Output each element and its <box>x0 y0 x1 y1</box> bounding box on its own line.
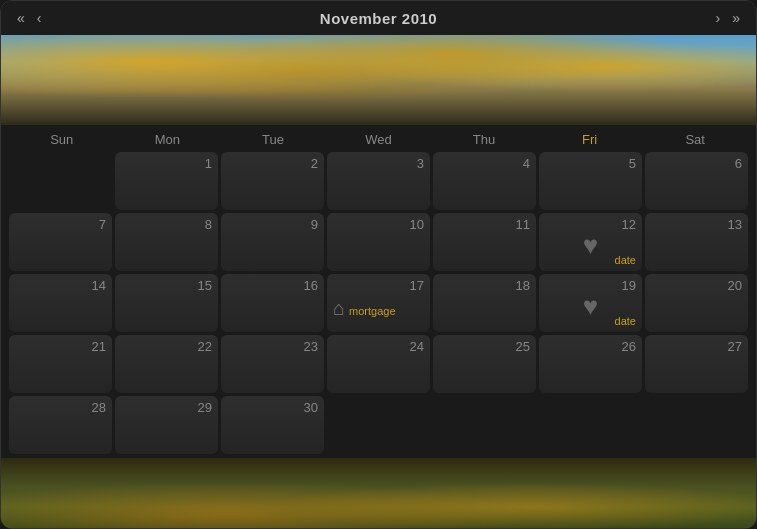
day-number: 30 <box>227 400 318 415</box>
day-cell[interactable]: 29 <box>115 396 218 454</box>
day-cell[interactable]: 9 <box>221 213 324 271</box>
day-number: 21 <box>15 339 106 354</box>
event-label: mortgage <box>349 305 395 317</box>
day-cell[interactable]: 8 <box>115 213 218 271</box>
day-header-sat: Sat <box>642 129 748 150</box>
next-double-btn[interactable]: » <box>728 8 744 28</box>
day-number: 26 <box>545 339 636 354</box>
day-cell[interactable]: 21 <box>9 335 112 393</box>
day-cell[interactable]: 6 <box>645 152 748 210</box>
day-number: 28 <box>15 400 106 415</box>
bottom-banner-image <box>1 458 756 528</box>
day-number: 7 <box>15 217 106 232</box>
day-number: 25 <box>439 339 530 354</box>
day-cell[interactable]: 12♥date <box>539 213 642 271</box>
prev-nav: « ‹ <box>13 8 45 28</box>
event-label: date <box>615 254 636 266</box>
day-cell[interactable]: 26 <box>539 335 642 393</box>
day-cell[interactable]: 17⌂mortgage <box>327 274 430 332</box>
top-banner-image <box>1 35 756 125</box>
day-cell[interactable] <box>433 396 536 454</box>
prev-double-btn[interactable]: « <box>13 8 29 28</box>
next-nav: › » <box>712 8 744 28</box>
day-number: 29 <box>121 400 212 415</box>
day-number: 10 <box>333 217 424 232</box>
calendar-header: « ‹ November 2010 › » <box>1 1 756 35</box>
heart-icon: ♥ <box>583 291 598 322</box>
day-cell[interactable] <box>539 396 642 454</box>
day-cell[interactable]: 30 <box>221 396 324 454</box>
day-cell[interactable]: 15 <box>115 274 218 332</box>
calendar-container: « ‹ November 2010 › » Sun Mon Tue Wed Th… <box>0 0 757 529</box>
day-cell[interactable]: 11 <box>433 213 536 271</box>
day-headers-row: Sun Mon Tue Wed Thu Fri Sat <box>9 129 748 150</box>
day-number: 11 <box>439 217 530 232</box>
day-number: 14 <box>15 278 106 293</box>
day-cell[interactable] <box>327 396 430 454</box>
calendar-title: November 2010 <box>320 10 437 27</box>
day-number: 17 <box>333 278 424 293</box>
calendar-grid-wrapper: Sun Mon Tue Wed Thu Fri Sat 123456789101… <box>1 125 756 458</box>
day-cell[interactable]: 22 <box>115 335 218 393</box>
day-cell[interactable]: 1 <box>115 152 218 210</box>
day-number: 13 <box>651 217 742 232</box>
day-header-mon: Mon <box>115 129 221 150</box>
day-cell[interactable]: 20 <box>645 274 748 332</box>
day-cell[interactable]: 7 <box>9 213 112 271</box>
day-header-sun: Sun <box>9 129 115 150</box>
day-number: 9 <box>227 217 318 232</box>
day-header-thu: Thu <box>431 129 537 150</box>
day-cell[interactable]: 5 <box>539 152 642 210</box>
heart-icon: ♥ <box>583 230 598 261</box>
day-cell[interactable]: 24 <box>327 335 430 393</box>
day-header-wed: Wed <box>326 129 432 150</box>
day-cell[interactable]: 16 <box>221 274 324 332</box>
day-number: 1 <box>121 156 212 171</box>
day-cell[interactable]: 4 <box>433 152 536 210</box>
day-number: 4 <box>439 156 530 171</box>
next-single-btn[interactable]: › <box>712 8 725 28</box>
day-number: 22 <box>121 339 212 354</box>
day-header-fri: Fri <box>537 129 643 150</box>
day-cell[interactable]: 23 <box>221 335 324 393</box>
day-number: 27 <box>651 339 742 354</box>
day-cell[interactable]: 13 <box>645 213 748 271</box>
day-cell[interactable]: 3 <box>327 152 430 210</box>
day-number: 18 <box>439 278 530 293</box>
day-cell[interactable] <box>9 152 112 210</box>
day-cell[interactable]: 27 <box>645 335 748 393</box>
day-number: 23 <box>227 339 318 354</box>
house-icon: ⌂ <box>333 297 345 320</box>
day-number: 24 <box>333 339 424 354</box>
day-number: 6 <box>651 156 742 171</box>
day-cell[interactable]: 28 <box>9 396 112 454</box>
day-number: 20 <box>651 278 742 293</box>
day-number: 5 <box>545 156 636 171</box>
day-number: 16 <box>227 278 318 293</box>
day-number: 3 <box>333 156 424 171</box>
day-cell[interactable]: 18 <box>433 274 536 332</box>
day-number: 8 <box>121 217 212 232</box>
day-cell[interactable]: 25 <box>433 335 536 393</box>
day-number: 2 <box>227 156 318 171</box>
event-label: date <box>615 315 636 327</box>
day-cell[interactable]: 10 <box>327 213 430 271</box>
calendar-grid: 123456789101112♥date1314151617⌂mortgage1… <box>9 152 748 454</box>
day-header-tue: Tue <box>220 129 326 150</box>
prev-single-btn[interactable]: ‹ <box>33 8 46 28</box>
day-cell[interactable]: 19♥date <box>539 274 642 332</box>
day-cell[interactable]: 14 <box>9 274 112 332</box>
day-cell[interactable] <box>645 396 748 454</box>
day-cell[interactable]: 2 <box>221 152 324 210</box>
day-number: 15 <box>121 278 212 293</box>
